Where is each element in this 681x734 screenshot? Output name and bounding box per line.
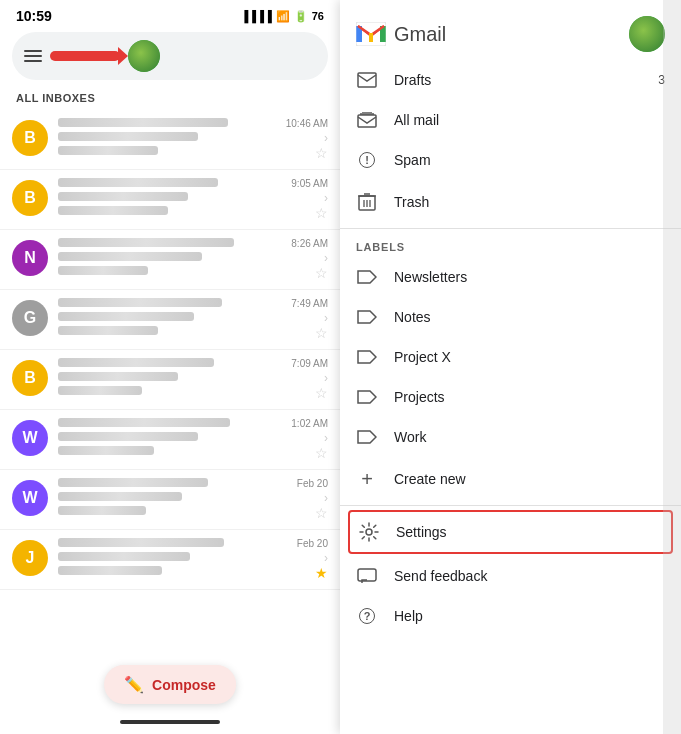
create-new-button[interactable]: + Create new (340, 457, 681, 501)
table-row[interactable]: W Feb 20 › ☆ (0, 470, 340, 530)
email-meta: Feb 20 › ★ (268, 538, 328, 581)
list-item[interactable]: Trash (340, 180, 681, 224)
work-label: Work (394, 429, 665, 445)
table-row[interactable]: B 10:46 AM › ☆ (0, 110, 340, 170)
gmail-logo: Gmail (356, 22, 446, 46)
chevron-icon: › (324, 251, 328, 265)
help-button[interactable]: ? Help (340, 596, 681, 636)
avatar: B (12, 120, 48, 156)
hamburger-menu[interactable] (24, 50, 42, 62)
star-icon[interactable]: ☆ (315, 145, 328, 161)
email-list: B 10:46 AM › ☆ B 9:05 AM › (0, 110, 340, 714)
avatar: B (12, 360, 48, 396)
table-row[interactable]: N 8:26 AM › ☆ (0, 230, 340, 290)
email-preview (58, 446, 154, 455)
email-preview (58, 326, 158, 335)
email-time: 8:26 AM (291, 238, 328, 249)
list-item[interactable]: Work (340, 417, 681, 457)
list-item[interactable]: Newsletters (340, 257, 681, 297)
search-bar[interactable] (12, 32, 328, 80)
table-row[interactable]: G 7:49 AM › ☆ (0, 290, 340, 350)
email-content (58, 178, 258, 215)
chevron-icon: › (324, 431, 328, 445)
drawer-scroll-area[interactable]: Drafts 3 All mail ! Spam (340, 60, 681, 734)
svg-rect-3 (369, 33, 373, 42)
email-meta: 8:26 AM › ☆ (268, 238, 328, 281)
table-row[interactable]: B 9:05 AM › ☆ (0, 170, 340, 230)
table-row[interactable]: J Feb 20 › ★ (0, 530, 340, 590)
list-item[interactable]: All mail (340, 100, 681, 140)
svg-rect-5 (358, 115, 376, 127)
email-sender (58, 298, 222, 307)
star-icon[interactable]: ☆ (315, 505, 328, 521)
drawer-user-avatar[interactable] (629, 16, 665, 52)
email-time: 7:09 AM (291, 358, 328, 369)
svg-rect-4 (358, 73, 376, 87)
chevron-icon: › (324, 131, 328, 145)
home-bar (0, 714, 340, 734)
svg-point-7 (366, 529, 372, 535)
user-avatar[interactable] (128, 40, 160, 72)
spam-icon: ! (356, 152, 378, 168)
trash-icon (356, 192, 378, 212)
email-subject (58, 252, 202, 261)
send-feedback-button[interactable]: Send feedback (340, 556, 681, 596)
email-meta: 7:09 AM › ☆ (268, 358, 328, 401)
email-subject (58, 432, 198, 441)
label-icon (356, 389, 378, 405)
list-item[interactable]: ! Spam (340, 140, 681, 180)
email-sender (58, 178, 218, 187)
star-icon[interactable]: ☆ (315, 265, 328, 281)
spam-label: Spam (394, 152, 665, 168)
newsletters-label: Newsletters (394, 269, 665, 285)
battery-level: 76 (312, 10, 324, 22)
email-content (58, 298, 258, 335)
label-icon (356, 429, 378, 445)
email-time: 9:05 AM (291, 178, 328, 189)
list-item[interactable]: Notes (340, 297, 681, 337)
compose-label: Compose (152, 677, 216, 693)
email-sender (58, 418, 230, 427)
star-icon[interactable]: ☆ (315, 325, 328, 341)
all-mail-icon (356, 112, 378, 128)
list-item[interactable]: Projects (340, 377, 681, 417)
gmail-m-icon (356, 22, 386, 46)
chevron-icon: › (324, 491, 328, 505)
settings-button[interactable]: Settings (350, 512, 671, 552)
settings-item-container: Settings (348, 510, 673, 554)
email-time: Feb 20 (297, 478, 328, 489)
chevron-icon: › (324, 311, 328, 325)
email-subject (58, 372, 178, 381)
settings-label: Settings (396, 524, 663, 540)
email-sender (58, 538, 224, 547)
wifi-icon: 📶 (276, 10, 290, 23)
avatar: W (12, 420, 48, 456)
email-preview (58, 386, 142, 395)
list-item[interactable]: Drafts 3 (340, 60, 681, 100)
email-meta: Feb 20 › ☆ (268, 478, 328, 521)
avatar: N (12, 240, 48, 276)
divider (340, 505, 681, 506)
projects-label: Projects (394, 389, 665, 405)
star-icon[interactable]: ☆ (315, 205, 328, 221)
email-preview (58, 566, 162, 575)
email-subject (58, 192, 188, 201)
avatar: W (12, 480, 48, 516)
avatar: B (12, 180, 48, 216)
email-subject (58, 132, 198, 141)
notes-label: Notes (394, 309, 665, 325)
annotation-arrow (50, 51, 120, 61)
star-icon[interactable]: ☆ (315, 385, 328, 401)
compose-button[interactable]: ✏️ Compose (104, 665, 236, 704)
email-preview (58, 206, 168, 215)
table-row[interactable]: W 1:02 AM › ☆ (0, 410, 340, 470)
email-time: 7:49 AM (291, 298, 328, 309)
star-icon[interactable]: ★ (315, 565, 328, 581)
email-time: Feb 20 (297, 538, 328, 549)
email-meta: 9:05 AM › ☆ (268, 178, 328, 221)
drafts-icon (356, 72, 378, 88)
list-item[interactable]: Project X (340, 337, 681, 377)
star-icon[interactable]: ☆ (315, 445, 328, 461)
nav-drawer: Gmail Drafts 3 (340, 0, 681, 734)
table-row[interactable]: B 7:09 AM › ☆ (0, 350, 340, 410)
